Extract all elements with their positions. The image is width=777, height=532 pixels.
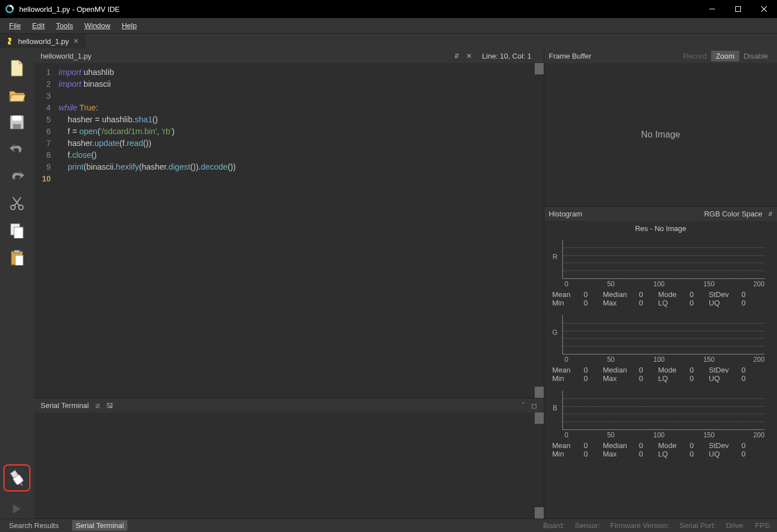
minimize-button[interactable] [699, 0, 725, 18]
hist-plot-r [562, 240, 765, 279]
svg-rect-15 [14, 250, 20, 253]
hist-xticks: 050100150200 [550, 354, 771, 363]
terminal-collapse-icon[interactable]: ˆ [522, 402, 525, 410]
hist-xticks: 050100150200 [550, 279, 771, 288]
svg-rect-2 [736, 7, 741, 12]
svg-line-19 [20, 483, 22, 486]
hist-channel-g: G 050100150200 Mean0Median0Mode0StDev0 M… [550, 311, 771, 385]
menu-window[interactable]: Window [79, 20, 116, 32]
chevron-updown-icon[interactable]: ⇵ [768, 211, 772, 217]
titlebar: helloworld_1.py - OpenMV IDE [0, 0, 777, 18]
copy-button[interactable] [7, 221, 27, 240]
close-button[interactable] [751, 0, 777, 18]
document-tabbar: helloworld_1.py ✕ [0, 34, 777, 48]
maximize-button[interactable] [725, 0, 751, 18]
framebuffer-header: Frame Buffer Record Zoom Disable [544, 48, 777, 63]
python-file-icon [6, 37, 14, 45]
hist-channel-b: B 050100150200 Mean0Median0Mode0StDev0 M… [550, 386, 771, 460]
svg-rect-6 [12, 116, 21, 121]
histogram-header: Histogram RGB Color Space ⇵ [544, 206, 777, 221]
hist-plot-g [562, 315, 765, 354]
editor-scrollbar[interactable] [535, 63, 544, 398]
new-file-button[interactable] [7, 59, 27, 78]
framebuffer-title: Frame Buffer [549, 52, 678, 60]
undo-button[interactable] [7, 140, 27, 159]
editor-header: helloworld_1.py ⇵ ✕ Line: 10, Col: 1 [34, 48, 544, 63]
save-file-button[interactable] [7, 113, 27, 132]
code-content[interactable]: import uhashlibimport binascii while Tru… [56, 63, 544, 398]
serial-terminal-tab[interactable]: Serial Terminal [72, 520, 127, 531]
status-sensor: Sensor: [575, 521, 600, 530]
menu-tools[interactable]: Tools [50, 20, 78, 32]
terminal-clear-icon[interactable]: ⎚ [96, 402, 100, 410]
search-results-tab[interactable]: Search Results [6, 520, 62, 531]
svg-rect-7 [13, 124, 21, 129]
disable-button[interactable]: Disable [739, 51, 772, 61]
histogram-title: Histogram [549, 210, 704, 218]
play-icon [11, 503, 23, 515]
usb-plug-icon [7, 468, 26, 487]
right-panel: Frame Buffer Record Zoom Disable No Imag… [544, 48, 777, 518]
left-toolbar [0, 48, 34, 518]
terminal-detach-icon[interactable]: ◻ [531, 402, 537, 410]
stats-r: Mean0Median0Mode0StDev0 Min0Max0LQ0UQ0 [550, 288, 771, 309]
code-editor[interactable]: 123 456 789 10 import uhashlibimport bin… [34, 63, 544, 398]
connect-button[interactable] [3, 464, 30, 491]
status-board: Board: [543, 521, 565, 530]
svg-rect-13 [14, 227, 23, 238]
tab-close-icon[interactable]: ✕ [73, 37, 79, 45]
hist-channel-r: R 050100150200 Mean0Median0Mode0StDev0 M… [550, 235, 771, 309]
terminal-save-icon[interactable]: 🖫 [106, 402, 113, 410]
zoom-button[interactable]: Zoom [711, 51, 739, 61]
status-drive: Drive: [726, 521, 745, 530]
document-tab[interactable]: helloworld_1.py ✕ [0, 34, 85, 48]
menu-help[interactable]: Help [116, 20, 143, 32]
status-serial-port: Serial Port: [680, 521, 716, 530]
editor-close-icon[interactable]: ✕ [466, 52, 472, 60]
svg-rect-16 [15, 255, 23, 265]
hist-plot-b [562, 391, 765, 430]
menubar: File Edit Tools Window Help [0, 18, 777, 34]
redo-button[interactable] [7, 167, 27, 186]
line-gutter: 123 456 789 10 [34, 63, 56, 398]
no-image-label: No Image [641, 130, 680, 140]
colorspace-select[interactable]: RGB Color Space [704, 210, 762, 218]
terminal-scrollbar[interactable] [535, 413, 544, 518]
histogram-resolution: Res - No Image [550, 224, 771, 233]
serial-terminal[interactable] [34, 413, 544, 518]
channel-label-b: B [550, 386, 560, 430]
status-firmware: Firmware Version: [610, 521, 669, 530]
stats-b: Mean0Median0Mode0StDev0 Min0Max0LQ0UQ0 [550, 439, 771, 460]
cut-button[interactable] [7, 194, 27, 213]
record-button[interactable]: Record [678, 51, 711, 61]
channel-label-r: R [550, 235, 560, 279]
channel-label-g: G [550, 311, 560, 354]
histogram-body: Res - No Image R 050100150200 Mean0Media… [544, 221, 777, 518]
menu-file[interactable]: File [3, 20, 26, 32]
statusbar: Search Results Serial Terminal Board: Se… [0, 518, 777, 532]
run-button[interactable] [7, 499, 27, 518]
cursor-position: Line: 10, Col: 1 [482, 52, 537, 60]
editor-file-menu-icon[interactable]: ⇵ [454, 52, 459, 60]
status-fps: FPS: [755, 521, 771, 530]
menu-edit[interactable]: Edit [26, 20, 50, 32]
tab-label: helloworld_1.py [18, 37, 69, 46]
paste-button[interactable] [7, 248, 27, 267]
serial-terminal-header: Serial Terminal ⎚ 🖫 ˆ ◻ [34, 398, 544, 413]
app-icon [5, 4, 15, 14]
framebuffer-view: No Image [544, 63, 777, 206]
hist-xticks: 050100150200 [550, 430, 771, 439]
window-title: helloworld_1.py - OpenMV IDE [19, 5, 699, 14]
open-file-button[interactable] [7, 86, 27, 105]
stats-g: Mean0Median0Mode0StDev0 Min0Max0LQ0UQ0 [550, 363, 771, 385]
serial-terminal-title: Serial Terminal [41, 401, 89, 410]
editor-filename: helloworld_1.py [41, 52, 454, 60]
